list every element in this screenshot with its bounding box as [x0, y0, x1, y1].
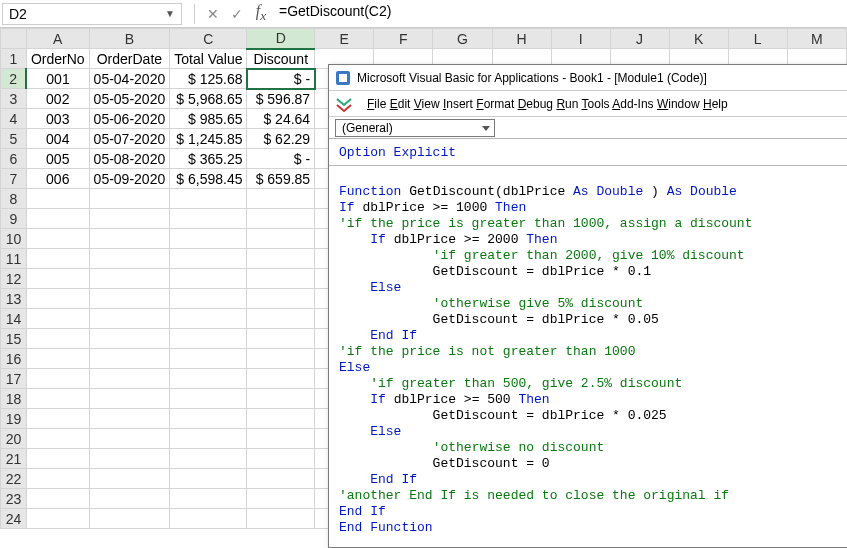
cell-D20[interactable] [247, 429, 315, 449]
cell-C12[interactable] [170, 269, 247, 289]
cell-D10[interactable] [247, 229, 315, 249]
row-header-2[interactable]: 2 [1, 69, 27, 89]
row-header-1[interactable]: 1 [1, 49, 27, 69]
cancel-formula-icon[interactable]: ✕ [201, 6, 225, 22]
col-header-J[interactable]: J [610, 29, 669, 49]
cell-C22[interactable] [170, 469, 247, 489]
row-header-24[interactable]: 24 [1, 509, 27, 529]
cell-B18[interactable] [89, 389, 170, 409]
cell-C2[interactable]: $ 125.68 [170, 69, 247, 89]
cell-B21[interactable] [89, 449, 170, 469]
cell-A17[interactable] [26, 369, 89, 389]
cell-B24[interactable] [89, 509, 170, 529]
vba-titlebar[interactable]: Microsoft Visual Basic for Applications … [329, 65, 847, 91]
cell-D23[interactable] [247, 489, 315, 509]
cell-A2[interactable]: 001 [26, 69, 89, 89]
vba-menu-help[interactable]: Help [703, 97, 728, 111]
vba-menu-file[interactable]: File [367, 97, 386, 111]
row-header-19[interactable]: 19 [1, 409, 27, 429]
cell-B16[interactable] [89, 349, 170, 369]
cell-A23[interactable] [26, 489, 89, 509]
cell-C7[interactable]: $ 6,598.45 [170, 169, 247, 189]
cell-A6[interactable]: 005 [26, 149, 89, 169]
cell-A16[interactable] [26, 349, 89, 369]
cell-B1[interactable]: OrderDate [89, 49, 170, 69]
cell-B9[interactable] [89, 209, 170, 229]
vba-code-pane[interactable]: Option Explicit Function GetDiscount(dbl… [329, 139, 847, 547]
cell-C1[interactable]: Total Value [170, 49, 247, 69]
cell-A8[interactable] [26, 189, 89, 209]
vba-menu-run[interactable]: Run [556, 97, 578, 111]
vba-menu-format[interactable]: Format [476, 97, 514, 111]
col-header-I[interactable]: I [551, 29, 610, 49]
row-header-3[interactable]: 3 [1, 89, 27, 109]
row-header-14[interactable]: 14 [1, 309, 27, 329]
col-header-A[interactable]: A [26, 29, 89, 49]
cell-D16[interactable] [247, 349, 315, 369]
col-header-B[interactable]: B [89, 29, 170, 49]
cell-D17[interactable] [247, 369, 315, 389]
cell-A7[interactable]: 006 [26, 169, 89, 189]
row-header-12[interactable]: 12 [1, 269, 27, 289]
cell-D7[interactable]: $ 659.85 [247, 169, 315, 189]
vba-menu-window[interactable]: Window [657, 97, 700, 111]
cell-B22[interactable] [89, 469, 170, 489]
cell-A14[interactable] [26, 309, 89, 329]
fx-icon[interactable]: fx [249, 2, 273, 24]
cell-A22[interactable] [26, 469, 89, 489]
row-header-8[interactable]: 8 [1, 189, 27, 209]
col-header-H[interactable]: H [492, 29, 551, 49]
cell-C16[interactable] [170, 349, 247, 369]
cell-A15[interactable] [26, 329, 89, 349]
col-header-G[interactable]: G [433, 29, 492, 49]
cell-C11[interactable] [170, 249, 247, 269]
vba-object-dropdown[interactable]: (General) [335, 119, 495, 137]
col-header-K[interactable]: K [669, 29, 728, 49]
cell-D2[interactable]: $ - [247, 69, 315, 89]
cell-D8[interactable] [247, 189, 315, 209]
cell-B7[interactable]: 05-09-2020 [89, 169, 170, 189]
cell-C15[interactable] [170, 329, 247, 349]
col-header-E[interactable]: E [315, 29, 374, 49]
vba-menu-edit[interactable]: Edit [390, 97, 411, 111]
cell-C4[interactable]: $ 985.65 [170, 109, 247, 129]
cell-B10[interactable] [89, 229, 170, 249]
row-header-18[interactable]: 18 [1, 389, 27, 409]
cell-C3[interactable]: $ 5,968.65 [170, 89, 247, 109]
cell-B12[interactable] [89, 269, 170, 289]
cell-C24[interactable] [170, 509, 247, 529]
row-header-7[interactable]: 7 [1, 169, 27, 189]
cell-C20[interactable] [170, 429, 247, 449]
cell-B23[interactable] [89, 489, 170, 509]
cell-D4[interactable]: $ 24.64 [247, 109, 315, 129]
cell-B11[interactable] [89, 249, 170, 269]
cell-C19[interactable] [170, 409, 247, 429]
vba-menu-insert[interactable]: Insert [443, 97, 473, 111]
cell-B5[interactable]: 05-07-2020 [89, 129, 170, 149]
cell-C13[interactable] [170, 289, 247, 309]
cell-A9[interactable] [26, 209, 89, 229]
cell-C10[interactable] [170, 229, 247, 249]
col-header-L[interactable]: L [728, 29, 787, 49]
row-header-4[interactable]: 4 [1, 109, 27, 129]
cell-A4[interactable]: 003 [26, 109, 89, 129]
formula-input[interactable]: =GetDiscount(C2) [273, 3, 847, 25]
cell-D15[interactable] [247, 329, 315, 349]
vba-menu-view[interactable]: View [414, 97, 440, 111]
cell-D21[interactable] [247, 449, 315, 469]
cell-A18[interactable] [26, 389, 89, 409]
cell-C8[interactable] [170, 189, 247, 209]
vba-menu-tools[interactable]: Tools [582, 97, 610, 111]
cell-A12[interactable] [26, 269, 89, 289]
vba-menu-debug[interactable]: Debug [518, 97, 553, 111]
cell-D9[interactable] [247, 209, 315, 229]
cell-C23[interactable] [170, 489, 247, 509]
row-header-17[interactable]: 17 [1, 369, 27, 389]
row-header-13[interactable]: 13 [1, 289, 27, 309]
cell-C6[interactable]: $ 365.25 [170, 149, 247, 169]
cell-B20[interactable] [89, 429, 170, 449]
vba-menu-add-ins[interactable]: Add-Ins [612, 97, 653, 111]
row-header-22[interactable]: 22 [1, 469, 27, 489]
col-header-C[interactable]: C [170, 29, 247, 49]
cell-B8[interactable] [89, 189, 170, 209]
